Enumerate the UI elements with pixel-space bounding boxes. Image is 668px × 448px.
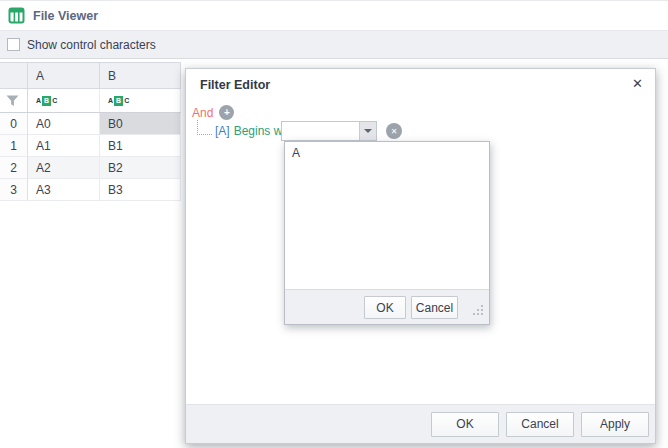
remove-condition-icon[interactable]: ✕ xyxy=(386,123,402,139)
add-condition-icon[interactable]: + xyxy=(219,105,234,120)
ok-button[interactable]: OK xyxy=(431,412,499,437)
options-toolbar: Show control characters xyxy=(0,31,668,59)
cancel-button[interactable]: Cancel xyxy=(506,412,574,437)
grid-row-3: 3 A3 B3 xyxy=(0,179,181,201)
cell-a1[interactable]: A1 xyxy=(28,135,100,157)
row-header[interactable]: 3 xyxy=(0,179,28,201)
dropdown-button[interactable] xyxy=(359,122,376,140)
dialog-title: Filter Editor xyxy=(200,78,270,92)
dropdown-footer: OK Cancel xyxy=(285,289,489,324)
group-operator[interactable]: And xyxy=(192,106,213,120)
data-grid: A B ABC ABC 0 A0 B0 1 A1 B1 xyxy=(0,62,181,201)
checkbox-label: Show control characters xyxy=(27,38,156,52)
condition-field[interactable]: [A] xyxy=(215,124,230,138)
filter-row-indicator xyxy=(0,89,28,112)
table-icon xyxy=(8,7,25,24)
dropdown-ok-button[interactable]: OK xyxy=(364,296,406,319)
column-header-b[interactable]: B xyxy=(100,63,181,89)
tree-connector-line xyxy=(197,120,212,135)
grid-row-1: 1 A1 B1 xyxy=(0,135,181,157)
funnel-icon xyxy=(6,95,19,107)
dropdown-list: A xyxy=(285,142,489,289)
dialog-footer: OK Cancel Apply xyxy=(186,404,655,443)
filter-cell-a[interactable]: ABC xyxy=(28,89,100,112)
cell-b2[interactable]: B2 xyxy=(100,157,181,179)
cell-a2[interactable]: A2 xyxy=(28,157,100,179)
grid-row-0: 0 A0 B0 xyxy=(0,113,181,135)
grid-row-2: 2 A2 B2 xyxy=(0,157,181,179)
apply-button[interactable]: Apply xyxy=(581,412,649,437)
grid-corner-cell xyxy=(0,63,28,89)
cell-b1[interactable]: B1 xyxy=(100,135,181,157)
row-header[interactable]: 0 xyxy=(0,113,28,135)
chevron-down-icon xyxy=(364,129,372,133)
cell-b0[interactable]: B0 xyxy=(100,113,181,135)
value-dropdown-popup: A OK Cancel xyxy=(284,141,490,325)
grid-filter-row: ABC ABC xyxy=(0,89,181,113)
cell-a3[interactable]: A3 xyxy=(28,179,100,201)
row-header[interactable]: 2 xyxy=(0,157,28,179)
column-header-a[interactable]: A xyxy=(28,63,100,89)
filter-cell-b[interactable]: ABC xyxy=(100,89,181,112)
text-type-icon: ABC xyxy=(36,96,57,106)
show-control-characters-checkbox[interactable] xyxy=(7,38,20,51)
resize-grip[interactable] xyxy=(473,305,484,319)
text-type-icon: ABC xyxy=(108,96,129,106)
condition-value-combobox xyxy=(281,121,377,141)
dropdown-cancel-button[interactable]: Cancel xyxy=(411,296,458,319)
dropdown-item-a[interactable]: A xyxy=(285,142,489,164)
cell-b3[interactable]: B3 xyxy=(100,179,181,201)
window-title: File Viewer xyxy=(33,9,98,23)
row-header[interactable]: 1 xyxy=(0,135,28,157)
close-icon[interactable]: ✕ xyxy=(632,76,643,91)
window-titlebar: File Viewer xyxy=(0,0,668,31)
cell-a0[interactable]: A0 xyxy=(28,113,100,135)
grid-header-row: A B xyxy=(0,63,181,89)
condition-value-input[interactable] xyxy=(282,122,359,140)
